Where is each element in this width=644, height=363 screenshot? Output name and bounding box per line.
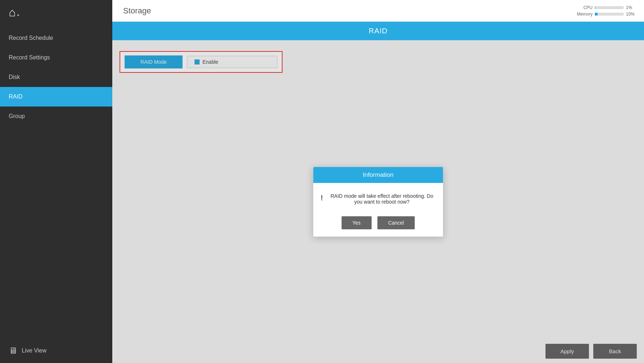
content-area: RAID Mode Enable Information ! RAID mode… — [112, 40, 644, 363]
cpu-value: 1% — [626, 5, 637, 10]
sidebar-nav: Record Schedule Record Settings Disk RAI… — [0, 25, 112, 338]
memory-value: 10% — [626, 12, 637, 17]
page-title: Storage — [123, 6, 151, 16]
dialog-overlay: Information ! RAID mode will take effect… — [112, 40, 644, 363]
dialog-body: ! RAID mode will take effect after reboo… — [313, 183, 443, 212]
section-header: RAID — [112, 22, 644, 40]
home-icon[interactable]: ⌂ — [9, 7, 16, 18]
cpu-stat-row: CPU 1% — [573, 5, 637, 10]
dialog-buttons: Yes Cancel — [313, 212, 443, 237]
cpu-bar-fill — [595, 6, 595, 9]
system-stats: CPU 1% Memory 10% — [573, 5, 637, 17]
sidebar: ⌂ ▲ Record Schedule Record Settings Disk… — [0, 0, 112, 363]
dialog-yes-button[interactable]: Yes — [342, 216, 372, 229]
information-dialog: Information ! RAID mode will take effect… — [313, 167, 443, 237]
dialog-cancel-button[interactable]: Cancel — [377, 216, 415, 229]
cpu-label: CPU — [573, 5, 593, 10]
main-content: Storage CPU 1% Memory 10% RAID RAID Mode — [112, 0, 644, 363]
sidebar-item-record-schedule[interactable]: Record Schedule — [0, 28, 112, 48]
sidebar-item-record-settings[interactable]: Record Settings — [0, 48, 112, 67]
sidebar-item-raid[interactable]: RAID — [0, 87, 112, 107]
memory-bar-bg — [595, 13, 624, 16]
memory-stat-row: Memory 10% — [573, 12, 637, 17]
cpu-bar-bg — [595, 6, 624, 9]
topbar: Storage CPU 1% Memory 10% — [112, 0, 644, 22]
memory-bar-fill — [595, 13, 598, 16]
live-view-icon: 🖥 — [9, 346, 17, 356]
exclamation-icon: ! — [321, 194, 323, 202]
home-arrow-icon: ▲ — [16, 13, 20, 17]
sidebar-footer[interactable]: 🖥 Live View — [0, 338, 112, 363]
sidebar-item-disk[interactable]: Disk — [0, 67, 112, 87]
dialog-title: Information — [313, 167, 443, 183]
dialog-message: RAID mode will take effect after rebooti… — [328, 193, 436, 205]
live-view-label: Live View — [22, 347, 46, 354]
sidebar-item-group[interactable]: Group — [0, 107, 112, 126]
sidebar-header: ⌂ ▲ — [0, 0, 112, 25]
memory-label: Memory — [573, 12, 593, 17]
